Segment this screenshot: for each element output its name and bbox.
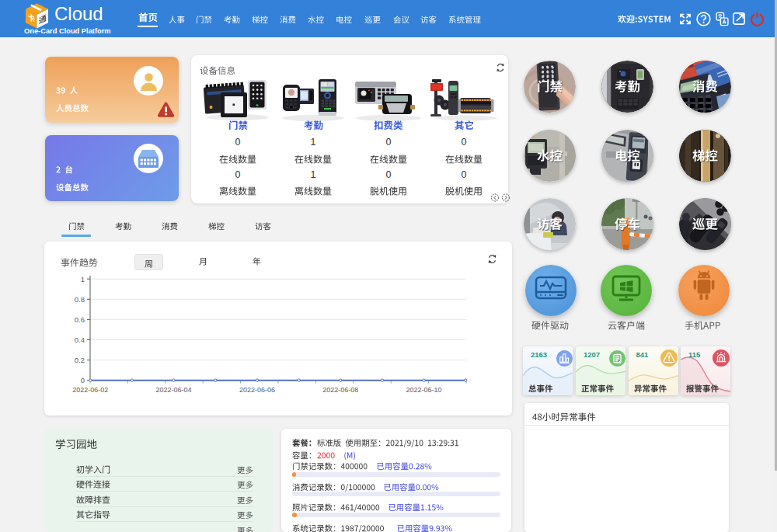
- svg-text:2022-06-06: 2022-06-06: [239, 386, 275, 394]
- svg-text:0.8: 0.8: [75, 295, 85, 304]
- svg-text:2022-06-10: 2022-06-10: [406, 386, 441, 394]
- svg-text:0.2: 0.2: [75, 356, 85, 364]
- svg-text:0.4: 0.4: [75, 336, 85, 344]
- svg-text:2022-06-04: 2022-06-04: [156, 386, 192, 394]
- svg-text:0.6: 0.6: [75, 315, 85, 324]
- svg-text:2022-06-02: 2022-06-02: [72, 386, 108, 394]
- svg-text:1: 1: [81, 275, 85, 283]
- svg-text:0: 0: [81, 376, 85, 384]
- svg-text:2022-06-08: 2022-06-08: [322, 386, 358, 394]
